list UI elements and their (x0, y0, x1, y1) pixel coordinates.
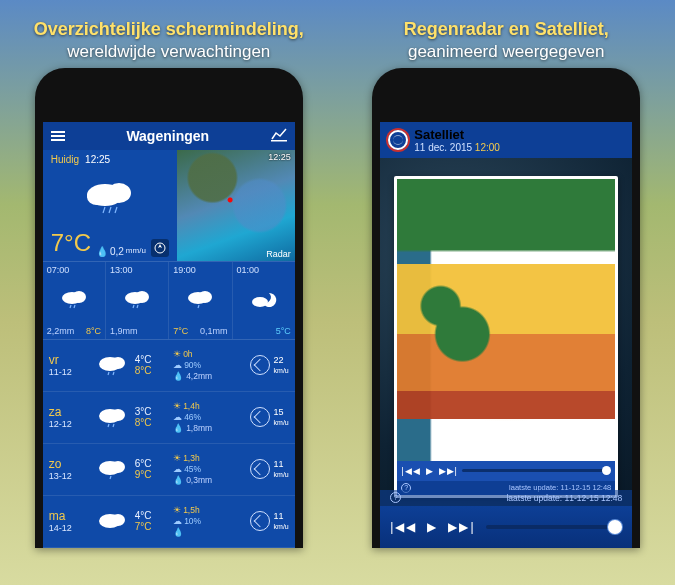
svg-line-14 (133, 305, 134, 308)
day-row[interactable]: vr11-12 4°C8°C ☀ 0h☁ 90%💧 4,2mm 22km/u (43, 340, 295, 392)
weather-screen: Wageningen Huidig 12:25 7°C (43, 122, 295, 548)
inset-scrubber[interactable] (462, 469, 611, 472)
current-meta: Huidig 12:25 (51, 154, 169, 165)
svg-line-15 (137, 305, 138, 308)
hour-precip: 1,9mm (110, 326, 138, 336)
hour-time: 13:00 (110, 265, 164, 275)
day-cloud: 46% (184, 412, 201, 422)
day-wind: 11km/u (250, 459, 289, 479)
day-wind-speed: 15 (274, 407, 284, 417)
hour-condition-icon (60, 289, 88, 311)
day-date: 11-12 (49, 367, 89, 378)
day-date: 14-12 (49, 523, 89, 534)
svg-line-4 (103, 207, 105, 213)
day-wind: 15km/u (250, 407, 289, 427)
satellite-time: 12:00 (475, 142, 500, 153)
promo-left-line2: wereldwijde verwachtingen (34, 41, 304, 62)
outer-scrubber[interactable] (486, 525, 623, 529)
svg-point-2 (107, 183, 131, 203)
day-row[interactable]: za12-12 3°C8°C ☀ 1,4h☁ 46%💧 1,8mm 15km/u (43, 392, 295, 444)
day-sun: 1,3h (183, 453, 200, 463)
svg-line-26 (108, 424, 109, 427)
satellite-datetime: 11 dec. 2015 12:00 (414, 142, 500, 153)
compass-icon (250, 459, 270, 479)
current-conditions[interactable]: Huidig 12:25 7°C 💧 0,2 mm/u (43, 150, 177, 261)
compass-icon (250, 407, 270, 427)
location-title: Wageningen (126, 128, 209, 144)
hour-precip: 0,1mm (200, 326, 228, 336)
day-wind-unit: km/u (274, 523, 289, 530)
satellite-map[interactable] (397, 179, 615, 461)
daily-forecast[interactable]: vr11-12 4°C8°C ☀ 0h☁ 90%💧 4,2mm 22km/u z… (43, 340, 295, 548)
svg-point-13 (135, 291, 149, 303)
forward-button[interactable]: ▶▶| (448, 520, 475, 534)
day-date: 13-12 (49, 471, 89, 482)
hour-condition-icon (186, 289, 214, 311)
day-condition-icon (95, 510, 129, 532)
day-row[interactable]: zo13-12 6°C9°C ☀ 1,3h☁ 45%💧 0,3mm 11km/u (43, 444, 295, 496)
hour-cell[interactable]: 19:00 7°C0,1mm (169, 262, 232, 339)
inset-forward-button[interactable]: ▶▶| (439, 466, 458, 476)
svg-point-25 (111, 409, 125, 421)
day-rain: 4,2mm (186, 371, 212, 381)
hour-temp: 8°C (86, 326, 101, 336)
day-temp-lo: 4°C (135, 510, 167, 521)
globe-icon[interactable] (388, 130, 408, 150)
current-precip-unit: mm/u (126, 247, 146, 255)
day-wind-unit: km/u (274, 367, 289, 374)
svg-line-18 (198, 305, 199, 308)
current-bottom: 7°C 💧 0,2 mm/u (51, 229, 169, 257)
chart-icon[interactable] (271, 127, 287, 145)
day-cloud: 45% (184, 464, 201, 474)
svg-line-11 (74, 305, 75, 308)
day-wind: 22km/u (250, 355, 289, 375)
satellite-screen: Satelliet 11 dec. 2015 12:00 |◀◀ ▶ ▶▶| (380, 122, 632, 548)
compass-icon (250, 511, 270, 531)
day-condition-icon (95, 458, 129, 480)
hourly-forecast[interactable]: 07:00 2,2mm8°C 13:00 1,9mm 19:00 7°C0,1m… (43, 262, 295, 340)
play-button[interactable]: ▶ (427, 520, 438, 534)
day-sun: 1,5h (183, 505, 200, 515)
hour-cell[interactable]: 01:00 5°C (233, 262, 295, 339)
current-condition-icon (83, 177, 137, 217)
day-wind-unit: km/u (274, 471, 289, 478)
day-condition-icon (95, 406, 129, 428)
svg-line-22 (108, 372, 109, 375)
day-dow: ma (49, 509, 89, 523)
outer-update-text: laatste update: 11-12-15 12:48 (506, 493, 622, 503)
outer-playbar: |◀◀ ▶ ▶▶| (380, 506, 632, 548)
day-row[interactable]: ma14-12 4°C7°C ☀ 1,5h☁ 10%💧 11km/u (43, 496, 295, 548)
day-sun: 1,4h (183, 401, 200, 411)
current-precip: 💧 0,2 mm/u (96, 246, 146, 257)
rewind-button[interactable]: |◀◀ (390, 520, 417, 534)
radar-thumbnail[interactable]: 12:25 Radar (177, 150, 295, 261)
satellite-body: |◀◀ ▶ ▶▶| ? laatste update: 11-12-15 12:… (380, 158, 632, 506)
outer-help-icon[interactable]: ? (390, 492, 401, 503)
outer-statusbar: ? laatste update: 11-12-15 12:48 (380, 490, 632, 506)
inset-play-button[interactable]: ▶ (426, 466, 434, 476)
day-temp-lo: 6°C (135, 458, 167, 469)
inset-rewind-button[interactable]: |◀◀ (401, 466, 420, 476)
day-dow: zo (49, 457, 89, 471)
satellite-date: 11 dec. 2015 (414, 142, 472, 153)
satellite-inset[interactable]: |◀◀ ▶ ▶▶| ? laatste update: 11-12-15 12:… (394, 176, 618, 498)
hour-cell[interactable]: 13:00 1,9mm (106, 262, 169, 339)
hour-cell[interactable]: 07:00 2,2mm8°C (43, 262, 106, 339)
day-cloud: 90% (184, 360, 201, 370)
hour-time: 19:00 (173, 265, 227, 275)
right-panel: Regenradar en Satelliet, geanimeerd weer… (351, 18, 661, 548)
current-label: Huidig (51, 154, 79, 165)
svg-point-29 (111, 461, 125, 473)
day-condition-icon (95, 354, 129, 376)
hour-time: 01:00 (237, 265, 291, 275)
phone-right: Satelliet 11 dec. 2015 12:00 |◀◀ ▶ ▶▶| (372, 68, 640, 548)
promo-right-line1: Regenradar en Satelliet, (404, 18, 609, 41)
day-wind: 11km/u (250, 511, 289, 531)
svg-point-9 (72, 291, 86, 303)
wind-icon[interactable] (151, 239, 169, 257)
compass-icon (250, 355, 270, 375)
promo-left-line1: Overzichtelijke schermindeling, (34, 18, 304, 41)
app-header: Wageningen (43, 122, 295, 150)
phone-left: Wageningen Huidig 12:25 7°C (35, 68, 303, 548)
menu-icon[interactable] (51, 131, 65, 141)
